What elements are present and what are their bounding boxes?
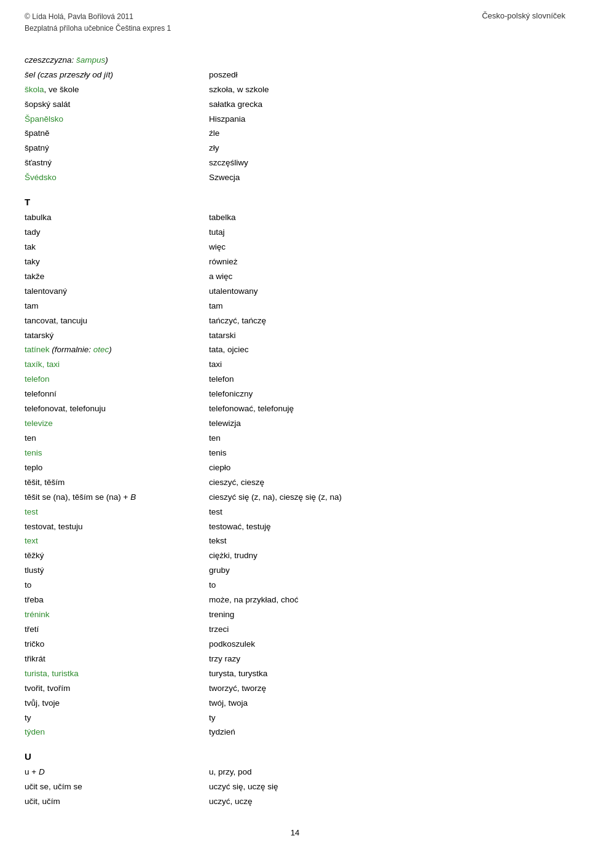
table-row: tatínek (formalnie: otec)tata, ojciec <box>25 343 565 358</box>
table-row: toto <box>25 578 565 593</box>
table-row: špatněźle <box>25 127 565 141</box>
polish-translation: tata, ojciec <box>209 343 565 358</box>
polish-translation: trzy razy <box>209 652 565 666</box>
polish-translation: ciepło <box>209 460 565 475</box>
table-row: špatnýzły <box>25 141 565 156</box>
czech-term: tvůj, tvoje <box>25 696 209 711</box>
polish-translation: ciężki, trudny <box>209 549 565 564</box>
polish-translation: trening <box>209 608 565 623</box>
polish-translation: może, na przykład, choć <box>209 593 565 608</box>
czech-term: u + D <box>25 765 209 780</box>
czech-term: czeszczyzna: šampus) <box>25 53 209 68</box>
polish-translation: Szwecja <box>209 171 565 186</box>
table-row: tancovat, tancujutańczyć, tańczę <box>25 314 565 328</box>
czech-term: špatně <box>25 127 209 141</box>
polish-translation: tatarski <box>209 328 565 343</box>
czech-term: těžký <box>25 549 209 564</box>
czech-term: text <box>25 534 209 549</box>
polish-translation: gruby <box>209 564 565 578</box>
czech-term: třeba <box>25 593 209 608</box>
section-letter-u: U <box>25 751 565 762</box>
czech-term: tvořit, tvořím <box>25 681 209 696</box>
table-row: tenistenis <box>25 446 565 460</box>
table-row: učit, učímuczyć, uczę <box>25 795 565 810</box>
czech-term: třikrát <box>25 652 209 666</box>
czech-term: telefonovat, telefonuju <box>25 402 209 417</box>
table-row: těžkýciężki, trudny <box>25 549 565 564</box>
czech-term: týden <box>25 725 209 740</box>
page-number: 14 <box>25 828 565 837</box>
czech-term: turista, turistka <box>25 666 209 681</box>
polish-translation: uczyć się, uczę się <box>209 780 565 795</box>
polish-translation: szkoła, w szkole <box>209 82 565 97</box>
table-row: televizetelewizja <box>25 417 565 432</box>
polish-translation: również <box>209 254 565 269</box>
polish-translation: cieszyć się (z, na), cieszę się (z, na) <box>209 490 565 505</box>
polish-translation: telefonować, telefonuję <box>209 402 565 417</box>
czech-term: těšit, těším <box>25 475 209 490</box>
polish-translation <box>209 53 565 68</box>
table-row: telefonnítelefoniczny <box>25 387 565 402</box>
czech-term: test <box>25 505 209 519</box>
table-row: teplociepło <box>25 460 565 475</box>
polish-translation: ten <box>209 432 565 446</box>
polish-translation: a więc <box>209 269 565 284</box>
table-row: ŠpanělskoHiszpania <box>25 112 565 127</box>
czech-term: taxík, taxi <box>25 358 209 373</box>
table-row: tyty <box>25 711 565 725</box>
czech-term: tabulka <box>25 211 209 226</box>
czech-term: tenis <box>25 446 209 460</box>
table-row: tričkopodkoszulek <box>25 637 565 652</box>
czech-term: telefonní <box>25 387 209 402</box>
polish-translation: tańczyć, tańczę <box>209 314 565 328</box>
polish-translation: ty <box>209 711 565 725</box>
czech-term: třetí <box>25 622 209 637</box>
table-row: takžea więc <box>25 269 565 284</box>
header-left: © Lída Holá, Pavla Bořilová 2011 Bezplat… <box>25 11 171 34</box>
polish-translation: taxi <box>209 358 565 373</box>
polish-translation: tabelka <box>209 211 565 226</box>
czech-term: ten <box>25 432 209 446</box>
czech-term: šťastný <box>25 156 209 171</box>
polish-translation: utalentowany <box>209 284 565 299</box>
table-row: týdentydzień <box>25 725 565 740</box>
table-row: telefontelefon <box>25 373 565 387</box>
czech-term: takže <box>25 269 209 284</box>
table-row: šopský salátsałatka grecka <box>25 97 565 112</box>
polish-translation: tutaj <box>209 226 565 240</box>
czech-term: taky <box>25 254 209 269</box>
czech-term: tancovat, tancuju <box>25 314 209 328</box>
polish-translation: zły <box>209 141 565 156</box>
polish-translation: turysta, turystka <box>209 666 565 681</box>
polish-translation: cieszyć, cieszę <box>209 475 565 490</box>
table-row: turista, turistkaturysta, turystka <box>25 666 565 681</box>
polish-translation: trzeci <box>209 622 565 637</box>
polish-translation: tekst <box>209 534 565 549</box>
entry-table-U: u + Du, przy, podučit se, učím seuczyć s… <box>25 765 565 810</box>
table-row: u + Du, przy, pod <box>25 765 565 780</box>
czech-term: tričko <box>25 637 209 652</box>
polish-translation: poszedł <box>209 68 565 82</box>
table-row: třetítrzeci <box>25 622 565 637</box>
polish-translation: test <box>209 505 565 519</box>
czech-term: tlustý <box>25 564 209 578</box>
czech-term: učit, učím <box>25 795 209 810</box>
polish-translation: tworzyć, tworzę <box>209 681 565 696</box>
table-row: texttekst <box>25 534 565 549</box>
table-row: taxík, taxitaxi <box>25 358 565 373</box>
entry-table-intro: czeszczyzna: šampus)šel (czas przeszły o… <box>25 53 565 185</box>
polish-translation: telefoniczny <box>209 387 565 402</box>
czech-term: Španělsko <box>25 112 209 127</box>
table-row: tadytutaj <box>25 226 565 240</box>
header-right: Česko-polský slovníček <box>482 11 565 34</box>
table-row: takyrównież <box>25 254 565 269</box>
table-row: škola, ve školeszkoła, w szkole <box>25 82 565 97</box>
table-row: tvůj, tvojetwój, twoja <box>25 696 565 711</box>
polish-translation: Hiszpania <box>209 112 565 127</box>
polish-translation: u, przy, pod <box>209 765 565 780</box>
page-header: © Lída Holá, Pavla Bořilová 2011 Bezplat… <box>25 11 565 34</box>
czech-term: šel (czas przeszły od jít) <box>25 68 209 82</box>
header-copyright: © Lída Holá, Pavla Bořilová 2011 <box>25 11 171 23</box>
polish-translation: to <box>209 578 565 593</box>
polish-translation: telefon <box>209 373 565 387</box>
